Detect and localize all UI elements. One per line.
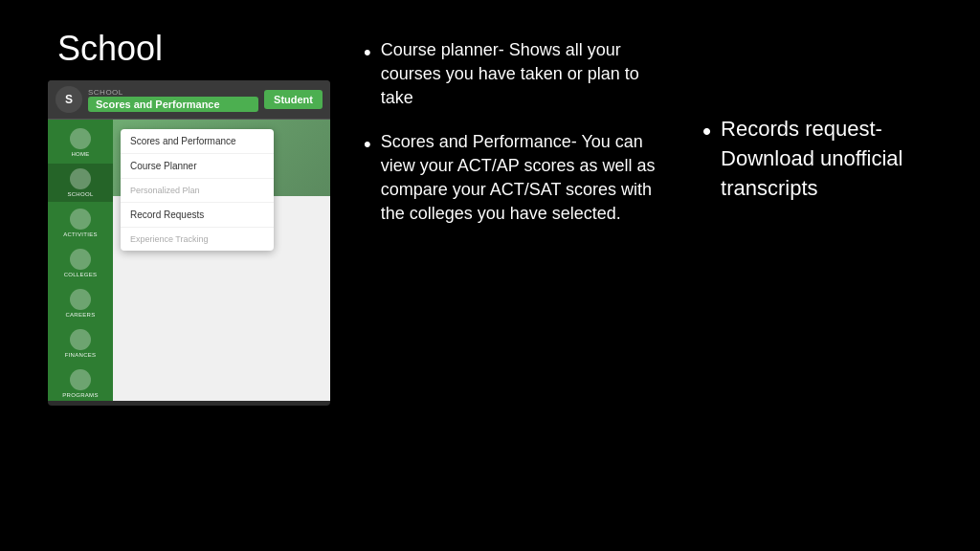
- right-bullet-records: • Records request- Download unofficial t…: [702, 115, 951, 203]
- mockup-student-button[interactable]: Student: [264, 90, 323, 109]
- dropdown-record-requests[interactable]: Record Requests: [121, 203, 274, 228]
- sidebar-colleges-label: COLLEGES: [64, 272, 98, 277]
- home-icon: [70, 128, 91, 149]
- app-mockup: S SCHOOL Scores and Performance Student …: [48, 80, 330, 406]
- sidebar-finances-label: FINANCES: [65, 352, 97, 358]
- bullet-course-planner-text: Course planner- Shows all your courses y…: [381, 38, 669, 111]
- school-icon: [70, 168, 91, 189]
- right-bullet-records-text: Records request- Download unofficial tra…: [721, 115, 951, 203]
- mockup-dropdown: Scores and Performance Course Planner Pe…: [121, 129, 274, 251]
- sidebar-careers[interactable]: CAREERS: [48, 284, 113, 322]
- bullet-dot-1: •: [364, 40, 371, 65]
- mockup-header-center: SCHOOL Scores and Performance: [88, 88, 258, 112]
- mockup-section-title: Scores and Performance: [88, 97, 258, 112]
- sidebar-home-label: HOME: [71, 151, 89, 157]
- middle-panel: • Course planner- Shows all your courses…: [335, 19, 683, 245]
- right-bullet-dot-1: •: [702, 117, 711, 146]
- dropdown-personalized-plan[interactable]: Personalized Plan: [121, 179, 274, 203]
- sidebar-activities-label: ACTIVITIES: [63, 231, 98, 237]
- sidebar-colleges[interactable]: COLLEGES: [48, 244, 113, 282]
- sidebar-careers-label: CAREERS: [65, 312, 95, 318]
- mockup-section-label: SCHOOL: [88, 88, 258, 97]
- programs-icon: [70, 369, 91, 390]
- sidebar-school[interactable]: SCHOOL: [48, 164, 113, 202]
- bullet-scores-performance: • Scores and Performance- You can view y…: [364, 130, 669, 227]
- dropdown-scores[interactable]: Scores and Performance: [121, 129, 274, 154]
- sidebar-programs[interactable]: PROGRAMS: [48, 364, 113, 403]
- mockup-body: HOME SCHOOL ACTIVITIES COLLEGES: [48, 120, 330, 401]
- slide: School S SCHOOL Scores and Performance S…: [0, 0, 980, 551]
- activities-icon: [70, 209, 91, 230]
- dropdown-experience-tracking[interactable]: Experience Tracking: [121, 228, 274, 251]
- mockup-content: Scores and Performance Course Planner Pe…: [113, 120, 330, 401]
- sidebar-home[interactable]: HOME: [48, 123, 113, 162]
- right-panel: • Records request- Download unofficial t…: [693, 19, 961, 222]
- mockup-logo: S: [56, 86, 82, 113]
- school-title: School: [57, 29, 163, 69]
- mockup-header: S SCHOOL Scores and Performance Student: [48, 80, 330, 120]
- mockup-sidebar: HOME SCHOOL ACTIVITIES COLLEGES: [48, 120, 113, 401]
- bullet-course-planner: • Course planner- Shows all your courses…: [364, 38, 669, 111]
- middle-bullet-list: • Course planner- Shows all your courses…: [364, 38, 669, 226]
- sidebar-school-label: SCHOOL: [67, 191, 93, 197]
- finances-icon: [70, 329, 91, 350]
- sidebar-programs-label: PROGRAMS: [62, 392, 98, 398]
- careers-icon: [70, 289, 91, 310]
- bullet-dot-2: •: [364, 132, 371, 157]
- sidebar-activities[interactable]: ACTIVITIES: [48, 204, 113, 242]
- left-panel: School S SCHOOL Scores and Performance S…: [19, 19, 325, 406]
- colleges-icon: [70, 249, 91, 270]
- bullet-scores-performance-text: Scores and Performance- You can view you…: [381, 130, 669, 227]
- dropdown-course-planner[interactable]: Course Planner: [121, 154, 274, 179]
- sidebar-finances[interactable]: FINANCES: [48, 324, 113, 363]
